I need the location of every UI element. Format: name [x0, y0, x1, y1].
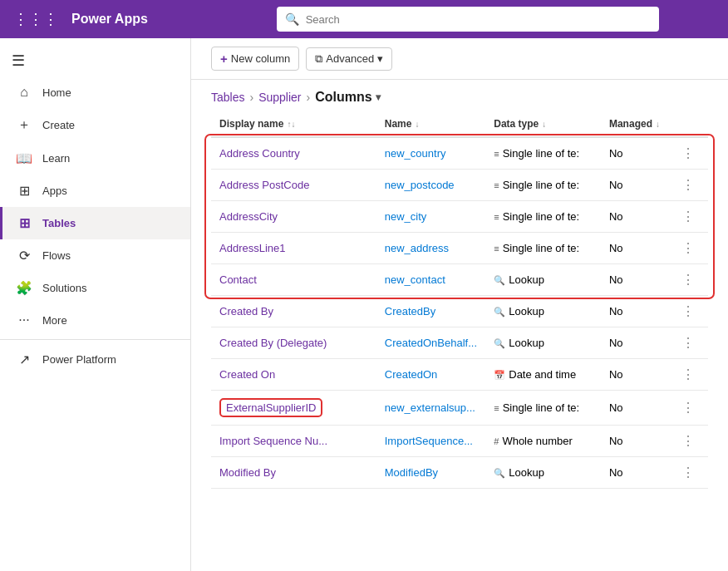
table-row: AddressLine1new_address≡Single line of t… [211, 233, 708, 264]
new-column-button[interactable]: + New column [211, 47, 299, 71]
breadcrumb-chevron-icon[interactable]: ▾ [376, 91, 381, 103]
dtype-icon: 🔍 [494, 307, 505, 317]
table-row: ExternalSupplierIDnew_externalsup...≡Sin… [211, 391, 708, 426]
cell-display-name: ExternalSupplierID [211, 391, 376, 426]
cell-name-link[interactable]: CreatedOn [385, 368, 438, 381]
th-managed-label: Managed [609, 118, 652, 130]
cell-display-name-link[interactable]: Created By [219, 305, 273, 317]
cell-name: ModifiedBy [376, 457, 486, 489]
cell-name: new_contact [376, 264, 486, 296]
row-menu-button[interactable]: ⋮ [676, 432, 700, 450]
row-menu-button[interactable]: ⋮ [676, 464, 700, 481]
row-menu-button[interactable]: ⋮ [676, 239, 700, 257]
sidebar-item-create[interactable]: ＋ Create [0, 108, 190, 142]
dtype-icon: 🔍 [494, 275, 505, 285]
dtype-label: Single line of te: [503, 401, 580, 414]
cell-name-link[interactable]: new_contact [385, 273, 445, 286]
cell-display-name-link[interactable]: AddressLine1 [219, 242, 286, 254]
cell-display-name-link[interactable]: Modified By [219, 466, 276, 479]
cell-display-name-link[interactable]: Import Sequence Nu... [219, 435, 327, 447]
sidebar-item-learn[interactable]: 📖 Learn [0, 142, 190, 175]
cell-managed: No [601, 391, 668, 426]
app-title: Power Apps [71, 12, 148, 27]
sidebar-item-solutions[interactable]: 🧩 Solutions [0, 272, 190, 304]
sidebar-item-more[interactable]: ··· More [0, 304, 190, 336]
cell-menu: ⋮ [668, 359, 708, 391]
cell-name-link[interactable]: CreatedBy [385, 305, 435, 317]
row-menu-button[interactable]: ⋮ [676, 176, 700, 194]
sidebar-item-tables[interactable]: ⊞ Tables [0, 207, 190, 239]
cell-data-type: ≡Single line of te: [485, 137, 601, 170]
th-display-name-label: Display name [219, 118, 283, 130]
table-row: Created By (Delegate)CreatedOnBehalf...🔍… [211, 327, 708, 359]
breadcrumb-supplier[interactable]: Supplier [258, 91, 301, 104]
sidebar-toggle[interactable]: ☰ [0, 45, 190, 76]
cell-data-type: ≡Single line of te: [485, 170, 601, 201]
cell-managed: No [601, 359, 668, 391]
cell-name-link[interactable]: new_postcode [385, 179, 455, 191]
dtype-label: Single line of te: [503, 147, 580, 160]
table-row: Address PostCodenew_postcode≡Single line… [211, 170, 708, 201]
cell-name-link[interactable]: CreatedOnBehalf... [385, 337, 477, 349]
sidebar-label-home: Home [42, 86, 71, 99]
dtype-label: Single line of te: [503, 242, 580, 254]
cell-display-name-link[interactable]: Contact [219, 273, 257, 286]
sort-name-icon: ↓ [415, 120, 419, 129]
cell-name-link[interactable]: new_country [385, 147, 446, 160]
cell-managed: No [601, 457, 668, 489]
new-column-label: New column [231, 52, 291, 65]
sidebar-item-home[interactable]: ⌂ Home [0, 76, 190, 108]
tables-icon: ⊞ [16, 215, 32, 231]
cell-name-link[interactable]: ImportSequence... [385, 435, 473, 447]
cell-managed: No [601, 426, 668, 457]
dtype-icon: ≡ [494, 149, 499, 159]
th-name[interactable]: Name ↓ [376, 111, 486, 137]
row-menu-button[interactable]: ⋮ [676, 334, 700, 352]
filter-icon: ⧉ [315, 52, 322, 66]
row-menu-button[interactable]: ⋮ [676, 271, 700, 288]
plus-icon: + [220, 52, 228, 66]
cell-display-name: Contact [211, 264, 376, 296]
sidebar-item-apps[interactable]: ⊞ Apps [0, 175, 190, 207]
dtype-icon: # [494, 436, 499, 446]
sort-display-name-icon: ↑↓ [287, 120, 295, 129]
cell-display-name-link[interactable]: ExternalSupplierID [219, 398, 322, 417]
cell-name-link[interactable]: ModifiedBy [385, 466, 438, 479]
cell-display-name: AddressLine1 [211, 233, 376, 264]
sidebar-item-flows[interactable]: ⟳ Flows [0, 239, 190, 272]
cell-display-name-link[interactable]: Created On [219, 368, 275, 381]
cell-name: new_country [376, 137, 486, 170]
row-menu-button[interactable]: ⋮ [676, 208, 700, 225]
th-display-name[interactable]: Display name ↑↓ [211, 111, 376, 137]
dtype-label: Date and time [509, 368, 576, 381]
advanced-button[interactable]: ⧉ Advanced ▾ [306, 47, 392, 71]
cell-display-name-link[interactable]: AddressCity [219, 210, 278, 223]
breadcrumb-tables[interactable]: Tables [211, 91, 244, 104]
cell-managed: No [601, 296, 668, 327]
cell-managed: No [601, 264, 668, 296]
cell-display-name-link[interactable]: Address PostCode [219, 179, 309, 191]
cell-data-type: ≡Single line of te: [485, 201, 601, 233]
row-menu-button[interactable]: ⋮ [676, 303, 700, 320]
search-input[interactable] [306, 13, 651, 26]
sidebar-item-power-platform[interactable]: ↗ Power Platform [0, 343, 190, 376]
apps-icon: ⊞ [16, 183, 32, 199]
dtype-icon: ≡ [494, 244, 499, 254]
th-data-type[interactable]: Data type ↓ [485, 111, 601, 137]
grid-icon[interactable]: ⋮⋮⋮ [10, 7, 61, 32]
cell-menu: ⋮ [668, 137, 708, 170]
th-managed[interactable]: Managed ↓ [601, 111, 668, 137]
cell-name-link[interactable]: new_address [385, 242, 449, 254]
cell-name-link[interactable]: new_externalsup... [385, 401, 475, 414]
dtype-icon: 🔍 [494, 338, 505, 348]
table-row: Created ByCreatedBy🔍LookupNo⋮ [211, 296, 708, 327]
table-header-row: Display name ↑↓ Name ↓ D [211, 111, 708, 137]
cell-display-name-link[interactable]: Created By (Delegate) [219, 337, 327, 349]
row-menu-button[interactable]: ⋮ [676, 145, 700, 162]
cell-data-type: #Whole number [485, 426, 601, 457]
row-menu-button[interactable]: ⋮ [676, 399, 700, 416]
row-menu-button[interactable]: ⋮ [676, 366, 700, 383]
search-bar[interactable]: 🔍 [277, 7, 659, 32]
cell-display-name-link[interactable]: Address Country [219, 147, 300, 160]
cell-name-link[interactable]: new_city [385, 210, 427, 223]
